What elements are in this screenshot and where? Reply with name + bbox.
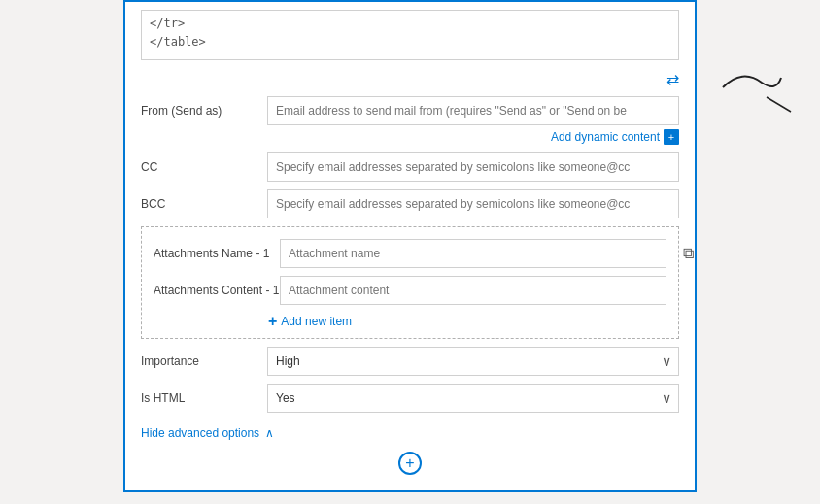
- is-html-label: Is HTML: [141, 391, 267, 405]
- dynamic-content-row: Add dynamic content +: [125, 129, 695, 149]
- is-html-value: Yes: [276, 391, 295, 405]
- importance-dropdown-wrap: High ∨: [267, 347, 679, 376]
- svg-line-0: [767, 97, 791, 112]
- code-line-2: </table>: [150, 33, 670, 51]
- add-plus-icon: +: [268, 313, 277, 330]
- is-html-row: Is HTML Yes ∨: [125, 380, 695, 417]
- from-label: From (Send as): [141, 104, 267, 118]
- attachments-name-label: Attachments Name - 1: [154, 247, 280, 260]
- bcc-label: BCC: [141, 197, 267, 211]
- bcc-row: BCC: [125, 185, 695, 222]
- importance-label: Importance: [141, 354, 267, 368]
- from-row: From (Send as): [125, 92, 695, 129]
- page-container: </tr> </table> ⇄ From (Send as) Add dyna…: [0, 0, 820, 504]
- attachments-content-label: Attachments Content - 1: [154, 284, 280, 297]
- swap-icon[interactable]: ⇄: [666, 70, 679, 88]
- attachments-name-input-wrap: ⧉: [280, 239, 666, 268]
- attachments-name-row: Attachments Name - 1 ⧉: [142, 235, 678, 272]
- add-dynamic-content-link[interactable]: Add dynamic content +: [551, 129, 679, 145]
- dynamic-plus-icon: +: [664, 129, 679, 145]
- cc-input[interactable]: [267, 152, 679, 182]
- importance-dropdown[interactable]: High: [267, 347, 679, 376]
- code-editor-area: </tr> </table>: [141, 10, 679, 60]
- attachments-content-row: Attachments Content - 1: [142, 272, 678, 309]
- hide-advanced-row[interactable]: Hide advanced options ∧: [125, 417, 695, 444]
- dynamic-content-label: Add dynamic content: [551, 130, 660, 144]
- handwriting-annotation: [713, 58, 801, 139]
- add-new-item-label: Add new item: [281, 315, 352, 328]
- importance-row: Importance High ∨: [125, 343, 695, 380]
- action-card: </tr> </table> ⇄ From (Send as) Add dyna…: [123, 0, 697, 492]
- code-line-1: </tr>: [150, 15, 670, 33]
- importance-value: High: [276, 354, 300, 368]
- bcc-input[interactable]: [267, 189, 679, 218]
- attachments-name-input[interactable]: [280, 239, 666, 268]
- cc-row: CC: [125, 149, 695, 185]
- is-html-dropdown[interactable]: Yes: [267, 384, 679, 413]
- attachments-content-input-wrap: [280, 276, 666, 305]
- from-input[interactable]: [267, 96, 679, 125]
- copy-icon[interactable]: ⧉: [683, 245, 694, 262]
- add-step-button[interactable]: +: [398, 452, 422, 475]
- cc-label: CC: [141, 160, 267, 174]
- icon-row: ⇄: [125, 68, 695, 92]
- hide-advanced-label: Hide advanced options: [141, 426, 259, 440]
- attachments-content-input[interactable]: [280, 276, 666, 305]
- add-new-item-button[interactable]: + Add new item: [268, 313, 352, 330]
- chevron-up-icon: ∧: [265, 426, 274, 440]
- bottom-plus-row: +: [125, 452, 695, 475]
- attachments-section: Attachments Name - 1 ⧉ Attachments Conte…: [141, 226, 679, 339]
- add-new-item-row: + Add new item: [142, 309, 678, 334]
- is-html-dropdown-wrap: Yes ∨: [267, 384, 679, 413]
